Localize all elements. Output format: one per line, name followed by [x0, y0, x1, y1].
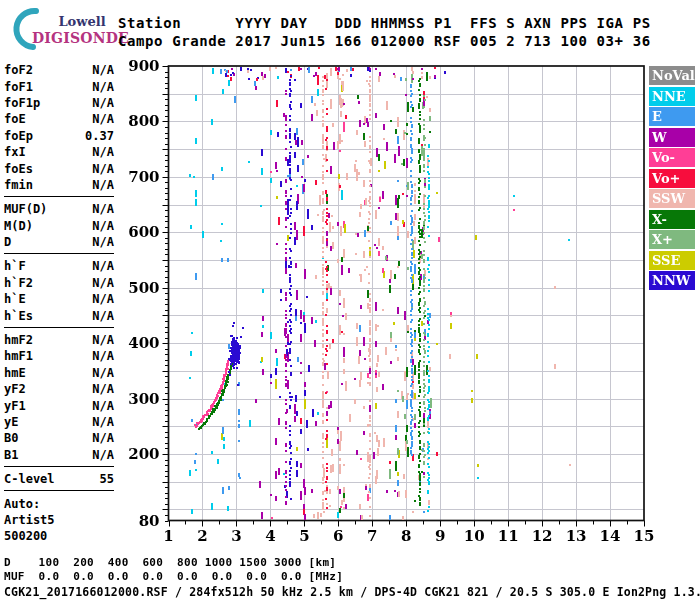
- param-value: N/A: [92, 349, 114, 363]
- param-row-fof2: foF2N/A: [4, 62, 114, 78]
- legend-item-x: X+: [649, 230, 695, 249]
- param-value: N/A: [92, 448, 114, 462]
- group-divider: [4, 327, 114, 328]
- header-row-values: Campo Grande 2017 Jun15 166 012000 RSF 0…: [118, 32, 651, 50]
- group-divider: [4, 466, 114, 467]
- param-row-hmf2: hmF2N/A: [4, 332, 114, 348]
- param-row-clevel: C-level55: [4, 471, 114, 487]
- param-row-hf2: h`F2N/A: [4, 275, 114, 291]
- param-label: foF2: [4, 63, 33, 77]
- param-row-fxi: fxIN/A: [4, 144, 114, 160]
- param-row-hf: h`FN/A: [4, 258, 114, 274]
- legend-item-vo: Vo-: [649, 148, 695, 167]
- param-row-foe: foEN/A: [4, 111, 114, 127]
- param-row-b0: B0N/A: [4, 430, 114, 446]
- param-value: N/A: [92, 431, 114, 445]
- group-divider: [4, 253, 114, 254]
- param-row-hmf1: hmF1N/A: [4, 348, 114, 364]
- param-row-mufd: MUF(D)N/A: [4, 201, 114, 217]
- param-row-yf2: yF2N/A: [4, 381, 114, 397]
- param-label: Artist5: [4, 513, 55, 527]
- legend-item-nnw: NNW: [649, 271, 695, 290]
- param-label: M(D): [4, 219, 33, 233]
- param-value: N/A: [92, 415, 114, 429]
- param-value: N/A: [92, 382, 114, 396]
- param-row-yf1: yF1N/A: [4, 397, 114, 413]
- legend-item-nne: NNE: [649, 87, 695, 106]
- param-value: N/A: [92, 399, 114, 413]
- logo-digisonde-text: DIGISONDE: [32, 30, 122, 46]
- param-label: foF1: [4, 80, 33, 94]
- param-value: N/A: [92, 276, 114, 290]
- legend-item-noval: NoVal: [649, 66, 695, 85]
- param-value: N/A: [92, 162, 114, 176]
- legend-item-ssw: SSW: [649, 189, 695, 208]
- param-value: N/A: [92, 202, 114, 216]
- param-value: N/A: [92, 145, 114, 159]
- param-label: foE: [4, 112, 26, 126]
- param-row-500200: 500200: [4, 528, 114, 544]
- param-value: N/A: [92, 96, 114, 110]
- param-label: yE: [4, 415, 18, 429]
- param-label: C-level: [4, 472, 55, 486]
- ionogram-plot: [118, 55, 658, 560]
- legend-item-x: X-: [649, 210, 695, 229]
- ionogram-page: Lowell DIGISONDE Station YYYY DAY DDD HH…: [0, 0, 700, 600]
- param-value: N/A: [92, 80, 114, 94]
- param-label: B0: [4, 431, 18, 445]
- header-row-labels: Station YYYY DAY DDD HHMMSS P1 FFS S AXN…: [118, 14, 651, 32]
- param-row-he: h`EN/A: [4, 291, 114, 307]
- legend-item-w: W: [649, 128, 695, 147]
- param-value: N/A: [92, 309, 114, 323]
- param-label: MUF(D): [4, 202, 47, 216]
- param-label: hmF2: [4, 333, 33, 347]
- parameter-panel: foF2N/AfoF1N/AfoF1pN/AfoEN/AfoEp0.37fxIN…: [4, 62, 114, 545]
- param-row-hes: h`EsN/A: [4, 307, 114, 323]
- param-value: N/A: [92, 259, 114, 273]
- muf-row: MUF 0.0 0.0 0.0 0.0 0.0 0.0 0.0 0.0 [MHz…: [4, 570, 343, 583]
- param-label: h`F2: [4, 276, 33, 290]
- param-value: N/A: [92, 235, 114, 249]
- param-label: h`E: [4, 292, 26, 306]
- param-label: h`F: [4, 259, 26, 273]
- param-value: 55: [100, 472, 114, 486]
- param-label: fxI: [4, 145, 26, 159]
- param-label: yF2: [4, 382, 26, 396]
- param-label: hmF1: [4, 349, 33, 363]
- param-row-fmin: fminN/A: [4, 177, 114, 193]
- param-label: foEs: [4, 162, 33, 176]
- param-label: Auto:: [4, 497, 40, 511]
- param-row-md: M(D)N/A: [4, 218, 114, 234]
- param-row-ye: yEN/A: [4, 414, 114, 430]
- param-row-d: DN/A: [4, 234, 114, 250]
- param-row-b1: B1N/A: [4, 447, 114, 463]
- echo-direction-legend: NoValNNEEWVo-Vo+SSWX-X+SSENNW: [649, 66, 695, 292]
- footer-info: CGK21_2017166012000.RSF / 284fx512h 50 k…: [4, 585, 700, 599]
- param-row-hme: hmEN/A: [4, 365, 114, 381]
- param-label: hmE: [4, 366, 26, 380]
- d-distance-row: D 100 200 400 600 800 1000 1500 3000 [km…: [4, 556, 336, 569]
- param-value: N/A: [92, 63, 114, 77]
- param-label: foEp: [4, 129, 33, 143]
- param-row-artist5: Artist5: [4, 512, 114, 528]
- param-value: N/A: [92, 292, 114, 306]
- param-value: N/A: [92, 366, 114, 380]
- param-row-auto: Auto:: [4, 495, 114, 511]
- param-value: 0.37: [85, 129, 114, 143]
- param-label: fmin: [4, 178, 33, 192]
- param-row-foes: foEsN/A: [4, 160, 114, 176]
- param-row-fof1p: foF1pN/A: [4, 95, 114, 111]
- param-label: foF1p: [4, 96, 40, 110]
- param-label: 500200: [4, 529, 47, 543]
- param-value: N/A: [92, 219, 114, 233]
- group-divider: [4, 490, 114, 491]
- param-row-fof1: foF1N/A: [4, 78, 114, 94]
- param-label: B1: [4, 448, 18, 462]
- param-label: yF1: [4, 399, 26, 413]
- param-label: D: [4, 235, 11, 249]
- logo-lowell-text: Lowell: [50, 14, 114, 29]
- param-value: N/A: [92, 112, 114, 126]
- group-divider: [4, 196, 114, 197]
- legend-item-vo: Vo+: [649, 169, 695, 188]
- param-label: h`Es: [4, 309, 33, 323]
